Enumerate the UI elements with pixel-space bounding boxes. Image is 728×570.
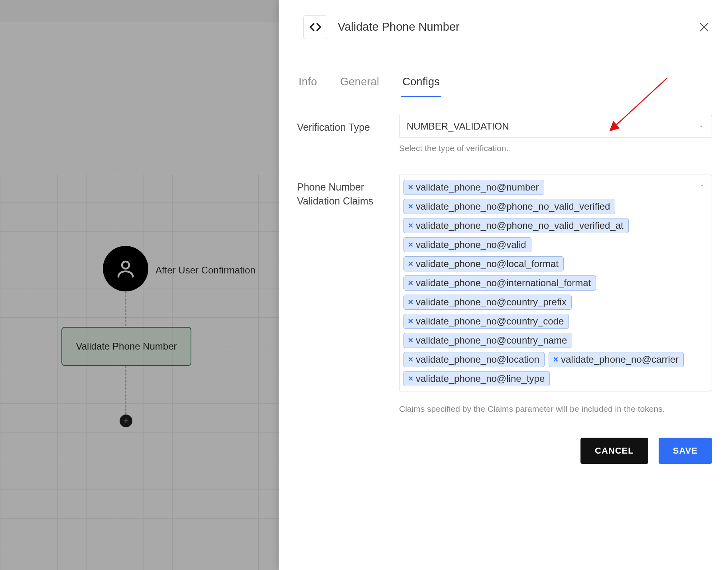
claim-chip: ×validate_phone_no@phone_no_valid_verifi…	[403, 218, 629, 233]
panel-body: Info General Configs Verification Type N…	[279, 54, 728, 570]
chip-label: validate_phone_no@line_type	[416, 373, 545, 384]
chip-remove-icon[interactable]: ×	[404, 182, 416, 193]
tab-general[interactable]: General	[338, 69, 381, 97]
chip-label: validate_phone_no@country_name	[416, 335, 567, 346]
verification-type-value: NUMBER_VALIDATION	[407, 121, 509, 132]
cancel-button[interactable]: CANCEL	[580, 438, 648, 464]
claim-chip: ×validate_phone_no@country_code	[403, 314, 569, 329]
chip-remove-icon[interactable]: ×	[404, 259, 416, 269]
chip-label: validate_phone_no@carrier	[561, 354, 679, 365]
close-button[interactable]	[696, 19, 712, 35]
tabs: Info General Configs	[297, 69, 712, 97]
chip-remove-icon[interactable]: ×	[404, 316, 416, 326]
claims-multiselect[interactable]: ×validate_phone_no@number×validate_phone…	[399, 175, 712, 391]
chip-label: validate_phone_no@country_prefix	[416, 297, 567, 308]
claims-label: Phone Number Validation Claims	[297, 175, 399, 414]
chip-label: validate_phone_no@number	[416, 182, 539, 193]
chip-remove-icon[interactable]: ×	[404, 240, 416, 250]
panel-footer: CANCEL SAVE	[297, 438, 712, 464]
chip-label: validate_phone_no@country_code	[416, 316, 564, 327]
chip-remove-icon[interactable]: ×	[404, 278, 416, 288]
verification-type-select[interactable]: NUMBER_VALIDATION	[399, 115, 712, 138]
chip-label: validate_phone_no@phone_no_valid_verifie…	[416, 220, 624, 231]
claim-chip: ×validate_phone_no@country_prefix	[403, 295, 572, 310]
chip-label: validate_phone_no@valid	[416, 239, 526, 250]
claim-chip: ×validate_phone_no@phone_no_valid_verifi…	[403, 199, 615, 214]
chip-remove-icon[interactable]: ×	[404, 373, 416, 384]
claim-chip: ×validate_phone_no@international_format	[403, 275, 596, 291]
claim-chip: ×validate_phone_no@carrier	[549, 352, 684, 367]
chevron-down-icon	[699, 182, 705, 190]
claim-chip: ×validate_phone_no@valid	[403, 237, 531, 252]
tab-configs[interactable]: Configs	[401, 69, 441, 97]
chip-remove-icon[interactable]: ×	[404, 354, 416, 365]
claim-chip: ×validate_phone_no@number	[403, 180, 544, 195]
code-icon	[303, 15, 327, 39]
save-button[interactable]: SAVE	[659, 438, 712, 464]
claim-chip: ×validate_phone_no@local_format	[403, 256, 564, 271]
tab-info[interactable]: Info	[297, 69, 319, 97]
chevron-down-icon	[698, 121, 704, 132]
chip-label: validate_phone_no@location	[416, 354, 539, 365]
chip-label: validate_phone_no@phone_no_valid_verifie…	[416, 201, 610, 212]
verification-type-helper: Select the type of verification.	[399, 143, 712, 153]
panel-header: Validate Phone Number	[279, 0, 728, 54]
chip-label: validate_phone_no@international_format	[416, 277, 591, 289]
row-claims: Phone Number Validation Claims ×validate…	[297, 175, 712, 414]
chip-remove-icon[interactable]: ×	[404, 201, 416, 212]
chip-label: validate_phone_no@local_format	[416, 258, 559, 269]
chip-remove-icon[interactable]: ×	[404, 297, 416, 307]
claim-chip: ×validate_phone_no@location	[403, 352, 545, 367]
chip-remove-icon[interactable]: ×	[549, 354, 561, 365]
chip-remove-icon[interactable]: ×	[404, 335, 416, 346]
claims-helper: Claims specified by the Claims parameter…	[399, 404, 712, 414]
verification-type-label: Verification Type	[297, 115, 399, 153]
claim-chip: ×validate_phone_no@line_type	[403, 371, 550, 386]
side-panel: Validate Phone Number Info General Confi…	[279, 0, 728, 570]
panel-title: Validate Phone Number	[338, 20, 696, 33]
row-verification-type: Verification Type NUMBER_VALIDATION Sele…	[297, 115, 712, 153]
chip-remove-icon[interactable]: ×	[404, 220, 416, 231]
claim-chip: ×validate_phone_no@country_name	[403, 333, 572, 348]
